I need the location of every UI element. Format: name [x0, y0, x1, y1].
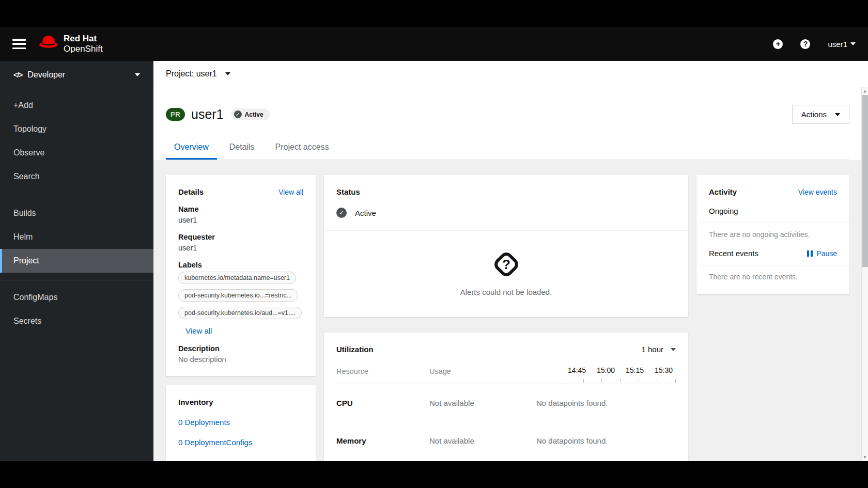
sidebar-item-add[interactable]: +Add — [0, 93, 153, 117]
hamburger-menu-icon[interactable] — [12, 39, 26, 49]
project-resource-badge: PR — [166, 108, 185, 121]
username: user1 — [828, 40, 847, 49]
ongoing-label: Ongoing — [709, 207, 738, 215]
time-tick-label: 15:00 — [594, 366, 618, 374]
scroll-up-icon[interactable]: ▲ — [862, 89, 868, 93]
tab-project-access[interactable]: Project access — [267, 137, 337, 160]
alerts-message: Alerts could not be loaded. — [460, 288, 552, 296]
sidebar-item-builds[interactable]: Builds — [0, 201, 153, 225]
resource-chart-empty: No datapoints found. — [536, 436, 676, 445]
redhat-fedora-icon — [38, 34, 59, 54]
details-view-all-link[interactable]: View all — [278, 188, 303, 196]
pause-icon — [807, 250, 813, 257]
project-bar: Project: user1 — [153, 61, 868, 87]
time-tick-label: 14:45 — [565, 366, 589, 374]
status-value: Active — [355, 209, 376, 217]
sidebar-item-configmaps[interactable]: ConfigMaps — [0, 286, 153, 309]
status-card-title: Status — [336, 187, 676, 196]
ongoing-empty-text: There are no ongoing activities. — [709, 223, 837, 247]
time-tick-label: 15:30 — [652, 366, 676, 374]
activity-card-title: Activity — [709, 187, 737, 196]
check-circle-icon: ✓ — [336, 208, 347, 218]
utilization-row-cpu: CPU Not available No datapoints found. — [336, 384, 676, 422]
inventory-deployments-link[interactable]: 0 Deployments — [178, 418, 303, 427]
name-label: Name — [178, 205, 303, 213]
project-selector[interactable]: Project: user1 — [166, 69, 230, 78]
status-badge-label: Active — [245, 111, 264, 118]
perspective-label: Developer — [27, 70, 65, 80]
label-chip: kubernetes.io/metadata.name=user1 — [178, 272, 296, 284]
alerts-section: ? Alerts could not be loaded. — [324, 230, 688, 317]
utilization-card-title: Utilization — [336, 345, 374, 354]
resource-name: CPU — [336, 399, 429, 407]
chevron-down-icon — [135, 73, 140, 76]
openshift-console: Red Hat OpenShift + ? user1 </> Develope… — [0, 27, 868, 461]
sidebar-item-observe[interactable]: Observe — [0, 141, 153, 165]
sidebar-item-secrets[interactable]: Secrets — [0, 309, 153, 333]
requester-label: Requester — [178, 233, 303, 241]
view-events-link[interactable]: View events — [798, 188, 837, 196]
sidebar-nav: </> Developer +Add Topology Observe Sear… — [0, 61, 153, 461]
label-chip: pod-security.kubernetes.io/aud...=v1.... — [178, 307, 302, 319]
add-plus-circle-icon[interactable]: + — [773, 39, 783, 49]
resource-column-header: Resource — [336, 367, 429, 383]
label-chip: pod-security.kubernetes.io...=restric... — [178, 289, 298, 302]
utilization-card: Utilization 1 hour Resource Usage — [324, 333, 688, 461]
overview-dashboard: Details View all Name user1 Requester us… — [153, 160, 868, 461]
details-card-title: Details — [178, 187, 204, 196]
chevron-down-icon — [835, 113, 840, 116]
brand-name: Red Hat — [64, 34, 103, 44]
code-icon: </> — [13, 71, 22, 79]
chevron-down-icon — [671, 348, 676, 351]
name-value: user1 — [178, 216, 303, 224]
page-title: user1 — [191, 107, 224, 122]
vertical-scrollbar[interactable]: ▲ ▼ — [861, 87, 868, 461]
labels-view-all-link[interactable]: View all — [185, 326, 212, 335]
tab-overview[interactable]: Overview — [166, 137, 217, 160]
duration-select[interactable]: 1 hour — [641, 345, 676, 354]
check-circle-icon: ✓ — [234, 111, 242, 118]
description-value: No description — [178, 355, 303, 364]
perspective-switcher[interactable]: </> Developer — [0, 61, 153, 88]
recent-events-empty-text: There are no recent events. — [709, 265, 837, 289]
actions-button-label: Actions — [801, 110, 827, 119]
pause-button[interactable]: Pause — [807, 249, 837, 258]
main-area: Project: user1 PR user1 ✓ Active Actions — [153, 61, 868, 461]
time-axis: 14:45 15:00 15:15 15:30 — [536, 366, 676, 383]
resource-chart-empty: No datapoints found. — [536, 399, 676, 407]
sidebar-item-helm[interactable]: Helm — [0, 225, 153, 249]
status-badge: ✓ Active — [231, 108, 270, 120]
sidebar-item-search[interactable]: Search — [0, 165, 153, 188]
duration-value: 1 hour — [641, 345, 663, 354]
sidebar-item-topology[interactable]: Topology — [0, 117, 153, 141]
resource-name: Memory — [336, 436, 429, 445]
tab-details[interactable]: Details — [221, 137, 263, 160]
redhat-openshift-logo: Red Hat OpenShift — [38, 34, 103, 54]
description-label: Description — [178, 344, 303, 353]
chevron-down-icon — [225, 72, 230, 75]
project-selector-label: Project: user1 — [166, 69, 217, 78]
help-question-circle-icon[interactable]: ? — [800, 39, 810, 49]
user-menu[interactable]: user1 — [828, 40, 856, 49]
usage-column-header: Usage — [429, 367, 536, 383]
scroll-down-icon[interactable]: ▼ — [862, 455, 868, 460]
masthead: Red Hat OpenShift + ? user1 — [0, 27, 868, 61]
recent-events-label: Recent events — [709, 249, 758, 258]
actions-button[interactable]: Actions — [792, 105, 849, 124]
resource-usage: Not available — [429, 399, 536, 407]
axis-ticks — [565, 379, 676, 383]
unknown-alerts-icon: ? — [491, 249, 521, 279]
inventory-card-title: Inventory — [178, 398, 303, 406]
details-card: Details View all Name user1 Requester us… — [166, 175, 316, 376]
brand-product: OpenShift — [64, 44, 103, 54]
resource-usage: Not available — [429, 436, 536, 445]
status-card: Status ✓ Active ? Alerts could not — [324, 175, 688, 317]
svg-text:?: ? — [502, 257, 510, 272]
scrollbar-thumb[interactable] — [862, 95, 868, 267]
activity-card: Activity View events Ongoing There are n… — [696, 175, 849, 294]
utilization-row-memory: Memory Not available No datapoints found… — [336, 422, 676, 460]
inventory-card: Inventory 0 Deployments 0 DeploymentConf… — [166, 385, 316, 461]
sidebar-item-project[interactable]: Project — [0, 249, 153, 273]
requester-value: user1 — [178, 244, 303, 252]
inventory-deploymentconfigs-link[interactable]: 0 DeploymentConfigs — [178, 438, 303, 447]
